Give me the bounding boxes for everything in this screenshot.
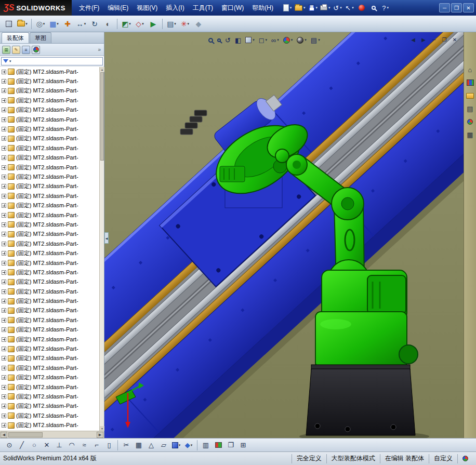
tree-item[interactable]: (固定) MT2.sldasm-Part- (0, 201, 104, 210)
expand-icon[interactable] (2, 242, 6, 246)
tree-item[interactable]: (固定) MT2.sldasm-Part- (0, 124, 104, 134)
tree-item[interactable]: (固定) MT2.sldasm-Part- (0, 86, 104, 96)
search-icon[interactable] (368, 2, 379, 14)
expand-icon[interactable] (2, 318, 6, 323)
tree-item[interactable]: (固定) MT2.sldasm-Part- (0, 248, 104, 258)
menu-item[interactable]: 编辑(E) (103, 0, 133, 16)
expand-icon[interactable] (2, 394, 6, 399)
expand-icon[interactable] (2, 175, 6, 179)
doc-restore-button[interactable]: ❐ (441, 36, 448, 43)
hide-show-items-icon[interactable]: ∞▾ (271, 37, 279, 44)
menu-item[interactable]: 插入(I) (162, 0, 188, 16)
tree-item[interactable]: (固定) MT2.sldasm-Part- (0, 315, 104, 325)
filter-input[interactable]: ▾ (1, 57, 103, 65)
section-view-icon[interactable]: ◧ (235, 37, 241, 44)
expand-icon[interactable] (2, 347, 6, 351)
menu-item[interactable]: 文件(F) (75, 0, 103, 16)
appearances-tab-icon[interactable] (32, 46, 40, 54)
tree-item[interactable]: (固定) MT2.sldasm-Part- (0, 67, 104, 76)
tree-item[interactable]: (固定) MT2.sldasm-Part- (0, 402, 104, 411)
tree-item[interactable]: (固定) MT2.sldasm-Part- (0, 143, 104, 153)
expand-icon[interactable] (2, 232, 6, 236)
display-delete-relations-icon[interactable] (213, 440, 224, 451)
close-button[interactable]: ✕ (463, 3, 474, 12)
expand-icon[interactable] (2, 423, 6, 428)
tree-item[interactable]: (固定) MT2.sldasm-Part- (0, 153, 104, 163)
smart-fasteners-icon[interactable]: ✚ (61, 17, 74, 31)
tree-item[interactable]: (固定) MT2.sldasm-Part- (0, 392, 104, 401)
tree-item[interactable]: (固定) MT2.sldasm-Part- (0, 411, 104, 420)
undo-icon[interactable]: ↺▾ (332, 2, 343, 14)
task-pane-design-library-icon[interactable] (466, 78, 475, 87)
command-tab[interactable]: 草图 (30, 32, 51, 43)
design-table-icon[interactable]: ⊞ (237, 440, 249, 451)
large-assembly-mode-status[interactable]: 大型装配体模式 (326, 454, 380, 463)
tree-item[interactable]: (固定) MT2.sldasm-Part- (0, 306, 104, 315)
structural-member-icon[interactable]: ▾ (170, 440, 182, 451)
corner-rectangle-icon[interactable]: ⌐ (91, 440, 102, 451)
configurationmanager-icon[interactable]: ≡ (22, 46, 30, 54)
expand-icon[interactable] (2, 299, 6, 303)
expand-icon[interactable] (2, 308, 6, 313)
expand-icon[interactable] (2, 184, 6, 189)
expand-icon[interactable] (2, 146, 6, 151)
convert-entities-icon[interactable]: △ (146, 440, 157, 451)
tree-item[interactable]: (固定) MT2.sldasm-Part- (0, 344, 104, 353)
expand-icon[interactable] (2, 165, 6, 170)
trim-entities-icon[interactable]: ✂ (121, 440, 132, 451)
tree-item[interactable]: (固定) MT2.sldasm-Part- (0, 420, 104, 430)
new-motion-study-icon[interactable]: ▶ (147, 17, 160, 31)
maximize-button[interactable]: ❐ (451, 3, 462, 12)
tree-item[interactable]: (固定) MT2.sldasm-Part- (0, 210, 104, 220)
task-pane-custom-properties-icon[interactable]: ▦ (466, 130, 475, 139)
expand-icon[interactable] (2, 213, 6, 218)
tree-item[interactable]: (固定) MT2.sldasm-Part- (0, 354, 104, 363)
tree-item[interactable]: (固定) MT2.sldasm-Part- (0, 335, 104, 344)
menu-item[interactable]: 工具(T) (189, 0, 217, 16)
scroll-down-icon[interactable]: ▼ (100, 426, 104, 431)
tree-item[interactable]: (固定) MT2.sldasm-Part- (0, 220, 104, 229)
expand-icon[interactable] (2, 194, 6, 198)
expand-icon[interactable] (2, 127, 6, 131)
new-document-icon[interactable]: ▾ (282, 2, 293, 14)
tree-item[interactable]: (固定) MT2.sldasm-Part- (0, 115, 104, 124)
bill-of-materials-icon[interactable]: ▤▾ (165, 17, 178, 31)
expand-icon[interactable] (2, 366, 6, 370)
expand-icon[interactable] (2, 251, 6, 256)
expand-icon[interactable] (2, 385, 6, 390)
expand-icon[interactable] (2, 136, 6, 141)
expand-icon[interactable] (2, 270, 6, 275)
apply-scene-icon[interactable]: ▾ (297, 37, 307, 44)
command-tab[interactable]: 装配体 (2, 32, 29, 43)
circle-icon[interactable]: ○ (29, 440, 40, 451)
tree-item[interactable]: (固定) MT2.sldasm-Part- (0, 163, 104, 172)
view-orientation-icon[interactable]: ▾ (245, 37, 255, 43)
panel-more-icon[interactable]: » (98, 47, 102, 52)
scroll-thumb[interactable] (8, 432, 43, 437)
smart-dimension-icon[interactable]: ⊙ (4, 440, 15, 451)
tree-item[interactable]: (固定) MT2.sldasm-Part- (0, 277, 104, 287)
previous-view-icon[interactable]: ↺ (225, 37, 231, 44)
viewport-3d-scene[interactable] (104, 32, 476, 438)
mate-icon[interactable]: ◎▾ (34, 17, 47, 31)
slot-icon[interactable]: ▯ (103, 440, 115, 451)
expand-icon[interactable] (2, 404, 6, 408)
scroll-up-icon[interactable]: ▲ (100, 67, 104, 72)
expand-icon[interactable] (2, 337, 6, 342)
task-pane-appearances-icon[interactable] (466, 117, 475, 126)
menu-item[interactable]: 视图(V) (133, 0, 162, 16)
scroll-left-icon[interactable]: ◀ (1, 432, 7, 438)
doc-next-button[interactable]: ▶ (420, 36, 427, 43)
expand-icon[interactable] (2, 280, 6, 284)
view-settings-icon[interactable]: ▤▾ (311, 37, 320, 44)
exploded-view-icon[interactable]: ✳▾ (179, 17, 191, 31)
edit-component-icon[interactable] (3, 17, 15, 31)
linear-sketch-pattern-icon[interactable]: ▦ (133, 440, 144, 451)
display-style-icon[interactable]: ◻▾ (259, 37, 267, 44)
expand-icon[interactable] (2, 327, 6, 332)
propertymanager-icon[interactable]: ✎ (12, 46, 20, 54)
tree-item[interactable]: (固定) MT2.sldasm-Part- (0, 191, 104, 201)
expand-icon[interactable] (2, 289, 6, 294)
doc-close-button[interactable]: ✕ (451, 36, 458, 43)
graphics-area[interactable]: ↺ ◧ ▾ ◻▾ ∞▾ ▾ ▾ ▤▾ ◀ ▶ ─ ❐ ✕ ◀ ⌂ ▤ ▦ (104, 32, 476, 438)
